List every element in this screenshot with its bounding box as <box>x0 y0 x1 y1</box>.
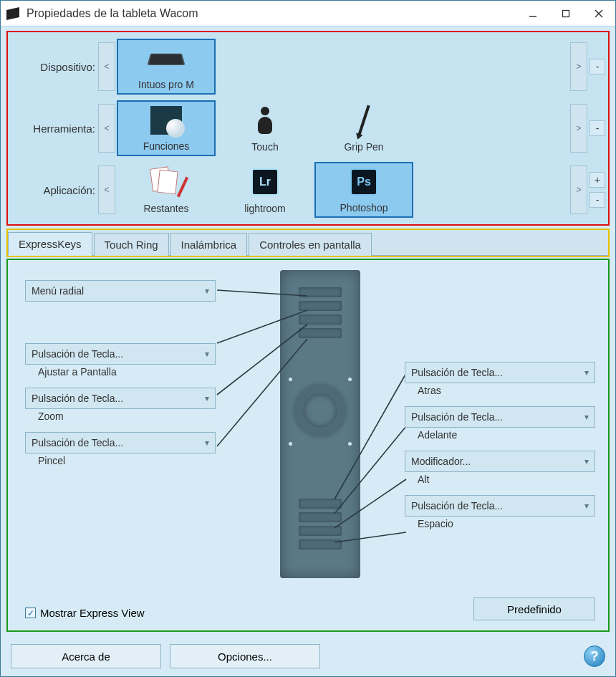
window-root: Propiedades de la tableta Wacom Disposit… <box>0 0 616 677</box>
tabs: ExpressKeys Touch Ring Inalámbrica Contr… <box>8 231 608 256</box>
device-label: Dispositivo: <box>11 61 98 73</box>
device-remove-button[interactable]: - <box>589 59 605 75</box>
titlebar: Propiedades de la tableta Wacom <box>1 1 615 27</box>
app-logo-icon <box>6 7 19 20</box>
key-combo[interactable]: Pulsación de Tecla...▾ <box>405 362 595 383</box>
checkbox-label: Mostrar Express View <box>40 607 145 619</box>
tab-wireless[interactable]: Inalámbrica <box>170 233 248 256</box>
combo-label: Pulsación de Tecla... <box>32 348 123 360</box>
combo-label: Pulsación de Tecla... <box>32 437 123 448</box>
key-combo[interactable]: Pulsación de Tecla...▾ <box>25 432 216 453</box>
checkbox-checked-icon: ✓ <box>25 608 36 618</box>
tablet-icon <box>147 53 185 64</box>
left-key-column: Menú radial▾ Pulsación de Tecla...▾ Ajus… <box>25 280 216 466</box>
pen-icon <box>357 105 370 135</box>
combo-label: Pulsación de Tecla... <box>411 500 503 512</box>
tool-item-label: Funciones <box>143 140 190 152</box>
chevron-down-icon: ▾ <box>584 501 589 511</box>
maximize-button[interactable] <box>549 1 582 27</box>
minimize-button[interactable] <box>516 1 549 27</box>
chevron-down-icon: ▾ <box>205 393 209 403</box>
chevron-down-icon: ▾ <box>205 286 209 296</box>
app-row: Aplicación: < Restantes Lr lightroom Ps … <box>11 160 605 220</box>
tool-item-touch[interactable]: Touch <box>216 100 314 156</box>
app-item-photoshop[interactable]: Ps Photoshop <box>314 162 413 218</box>
key-assign-right-1: Pulsación de Tecla...▾ Adelante <box>405 406 595 441</box>
app-item-restantes[interactable]: Restantes <box>117 162 216 218</box>
window-title: Propiedades de la tableta Wacom <box>27 7 516 20</box>
lightroom-icon: Lr <box>251 168 279 196</box>
device-tool-app-panel: Dispositivo: < Intuos pro M > - Herramie… <box>6 31 610 226</box>
app-item-label: lightroom <box>244 203 286 214</box>
right-key-column: Pulsación de Tecla...▾ Atras Pulsación d… <box>405 362 595 529</box>
key-assign-right-0: Pulsación de Tecla...▾ Atras <box>405 362 595 396</box>
key-combo[interactable]: Menú radial▾ <box>25 280 216 302</box>
device-list: Intuos pro M <box>115 39 570 95</box>
app-add-button[interactable]: + <box>589 172 605 188</box>
chevron-down-icon: ▾ <box>584 412 589 422</box>
key-combo[interactable]: Pulsación de Tecla...▾ <box>405 406 595 428</box>
chevron-down-icon: ▾ <box>584 456 589 466</box>
tool-list: Funciones Touch Grip Pen <box>115 100 570 156</box>
device-item-intuos[interactable]: Intuos pro M <box>117 39 216 95</box>
about-button[interactable]: Acerca de <box>11 644 161 668</box>
device-scroll-prev[interactable]: < <box>98 42 115 91</box>
combo-label: Pulsación de Tecla... <box>411 411 503 423</box>
app-item-label: Photoshop <box>340 202 388 213</box>
app-remove-button[interactable]: - <box>589 192 605 208</box>
help-button[interactable]: ? <box>584 645 605 667</box>
close-button[interactable] <box>582 1 615 27</box>
chevron-down-icon: ▾ <box>205 349 209 359</box>
device-item-label: Intuos pro M <box>138 79 194 90</box>
key-combo[interactable]: Pulsación de Tecla...▾ <box>25 388 216 409</box>
tab-touch-ring[interactable]: Touch Ring <box>94 233 169 256</box>
app-item-lightroom[interactable]: Lr lightroom <box>216 162 314 218</box>
app-item-label: Restantes <box>143 203 188 214</box>
key-assign-right-2: Modificador...▾ Alt <box>405 451 595 485</box>
key-sub-label: Ajustar a Pantalla <box>25 366 216 378</box>
app-scroll-next[interactable]: > <box>570 165 587 214</box>
tool-item-label: Grip Pen <box>344 141 383 153</box>
combo-label: Modificador... <box>411 456 471 467</box>
key-sub-label: Atras <box>405 385 595 396</box>
key-sub-label: Adelante <box>405 429 595 441</box>
app-label: Aplicación: <box>11 184 98 196</box>
key-combo[interactable]: Pulsación de Tecla...▾ <box>25 343 216 365</box>
preset-button[interactable]: Predefinido <box>473 597 595 620</box>
touch-ring-icon <box>294 385 346 436</box>
key-assign-right-3: Pulsación de Tecla...▾ Espacio <box>405 495 595 529</box>
tab-onscreen-controls[interactable]: Controles en pantalla <box>249 233 372 256</box>
chevron-down-icon: ▾ <box>584 368 589 378</box>
options-button[interactable]: Opciones... <box>170 644 320 668</box>
svg-rect-1 <box>563 10 569 16</box>
device-scroll-next[interactable]: > <box>570 42 587 91</box>
expresskeys-panel: Menú radial▾ Pulsación de Tecla...▾ Ajus… <box>6 259 610 632</box>
key-assign-left-2: Pulsación de Tecla...▾ Zoom <box>25 388 216 422</box>
tool-item-label: Touch <box>251 141 278 153</box>
show-express-view-checkbox[interactable]: ✓ Mostrar Express View <box>25 607 145 619</box>
documents-icon <box>151 168 181 196</box>
combo-label: Menú radial <box>32 285 84 297</box>
key-combo[interactable]: Modificador...▾ <box>405 451 595 472</box>
tool-remove-button[interactable]: - <box>589 120 605 136</box>
device-row: Dispositivo: < Intuos pro M > - <box>11 37 605 97</box>
app-list: Restantes Lr lightroom Ps Photoshop <box>115 162 570 218</box>
tool-item-grip-pen[interactable]: Grip Pen <box>314 100 413 156</box>
key-assign-left-3: Pulsación de Tecla...▾ Pincel <box>25 432 216 466</box>
combo-label: Pulsación de Tecla... <box>32 393 123 404</box>
tool-item-functions[interactable]: Funciones <box>117 100 216 156</box>
combo-label: Pulsación de Tecla... <box>411 367 503 378</box>
tab-expresskeys[interactable]: ExpressKeys <box>8 232 92 256</box>
key-sub-label: Espacio <box>405 518 595 529</box>
key-assign-left-0: Menú radial▾ <box>25 280 216 302</box>
footer-bar: Acerca de Opciones... ? <box>1 636 615 676</box>
key-combo[interactable]: Pulsación de Tecla...▾ <box>405 495 595 517</box>
tool-row: Herramienta: < Funciones Touch Grip Pen … <box>11 98 605 158</box>
app-scroll-prev[interactable]: < <box>98 165 115 214</box>
tabs-container: ExpressKeys Touch Ring Inalámbrica Contr… <box>6 229 610 257</box>
key-assign-left-1: Pulsación de Tecla...▾ Ajustar a Pantall… <box>25 343 216 378</box>
tool-scroll-prev[interactable]: < <box>98 104 115 153</box>
key-sub-label: Pincel <box>25 455 216 466</box>
tool-label: Herramienta: <box>11 123 98 135</box>
tool-scroll-next[interactable]: > <box>570 104 587 153</box>
